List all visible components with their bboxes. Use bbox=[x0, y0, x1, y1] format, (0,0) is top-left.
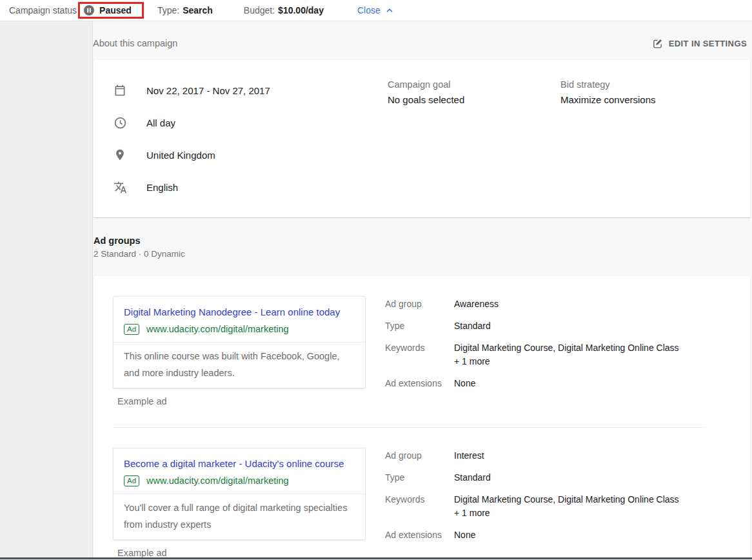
detail-label: Ad group bbox=[385, 449, 454, 463]
about-campaign-card: Nov 22, 2017 - Nov 27, 2017 All day bbox=[94, 60, 750, 217]
campaign-overview-screen: Campaign status Paused Type: Search Budg… bbox=[0, 0, 752, 560]
detail-row-ad-group: Ad group Awareness bbox=[385, 297, 750, 311]
detail-label: Ad extensions bbox=[385, 377, 454, 390]
ad-badge: Ad bbox=[124, 324, 139, 335]
page-background-left bbox=[0, 21, 92, 560]
ad-group-details: Ad group Awareness Type Standard Keyword… bbox=[385, 297, 750, 406]
clock-icon bbox=[113, 115, 127, 130]
example-ad-label: Example ad bbox=[117, 548, 366, 558]
ad-group-row-interest: Become a digital marketer - Udacity's on… bbox=[94, 428, 750, 560]
schedule-value: All day bbox=[146, 117, 175, 128]
detail-row-type: Type Standard bbox=[385, 319, 750, 333]
campaign-status-label: Campaign status bbox=[9, 5, 77, 15]
chevron-up-icon bbox=[385, 6, 394, 15]
pause-icon bbox=[84, 5, 94, 15]
type-label: Type: bbox=[157, 5, 179, 15]
translate-icon bbox=[113, 180, 127, 194]
detail-row-ad-extensions: Ad extensions None bbox=[385, 528, 750, 542]
detail-value: None bbox=[454, 377, 475, 390]
detail-value: Interest bbox=[454, 449, 484, 463]
detail-label: Ad extensions bbox=[385, 528, 454, 542]
campaign-overview-panel: About this campaign EDIT IN SETTINGS bbox=[92, 21, 752, 560]
date-range-value: Nov 22, 2017 - Nov 27, 2017 bbox=[146, 85, 270, 96]
ad-description: This online course was built with Facebo… bbox=[114, 342, 365, 388]
ad-badge: Ad bbox=[124, 475, 139, 486]
close-label: Close bbox=[357, 5, 381, 15]
ad-group-details: Ad group Interest Type Standard Keywords… bbox=[385, 449, 750, 558]
example-ad-card: Become a digital marketer - Udacity's on… bbox=[113, 448, 366, 540]
location-pin-icon bbox=[113, 148, 127, 162]
about-section-title: About this campaign bbox=[93, 38, 177, 48]
detail-row-type: Type Standard bbox=[385, 471, 750, 485]
bid-strategy-value: Maximize conversions bbox=[560, 94, 656, 105]
campaign-status-dropdown[interactable]: Paused bbox=[84, 5, 132, 15]
ad-groups-title: Ad groups bbox=[94, 235, 752, 246]
detail-label: Ad group bbox=[385, 297, 454, 311]
detail-value: Standard bbox=[454, 319, 491, 333]
ad-groups-header: Ad groups 2 Standard · 0 Dynamic bbox=[94, 235, 752, 259]
campaign-goal-value: No goals selected bbox=[388, 94, 464, 105]
schedule-row: All day bbox=[113, 115, 270, 130]
location-value: United Kingdom bbox=[146, 150, 215, 161]
keywords-more-indicator: + 1 more bbox=[454, 355, 679, 368]
language-value: English bbox=[146, 182, 178, 193]
language-row: English bbox=[113, 180, 270, 194]
calendar-icon bbox=[113, 83, 127, 97]
detail-label: Type bbox=[385, 471, 454, 485]
detail-row-ad-extensions: Ad extensions None bbox=[385, 377, 750, 390]
detail-value: Awareness bbox=[454, 297, 499, 311]
detail-row-ad-group: Ad group Interest bbox=[385, 449, 750, 463]
detail-value: Digital Marketing Course, Digital Market… bbox=[454, 493, 679, 506]
ad-display-url: www.udacity.com/digital/marketing bbox=[146, 324, 289, 334]
ad-headline-link: Digital Marketing Nanodegree - Learn onl… bbox=[124, 305, 355, 320]
ad-groups-card: Digital Marketing Nanodegree - Learn onl… bbox=[94, 276, 750, 560]
detail-label: Keywords bbox=[385, 341, 454, 368]
campaign-goal-label: Campaign goal bbox=[388, 79, 464, 90]
edit-in-settings-button[interactable]: EDIT IN SETTINGS bbox=[652, 38, 747, 49]
ad-preview-column: Become a digital marketer - Udacity's on… bbox=[113, 448, 366, 558]
bid-strategy-block: Bid strategy Maximize conversions bbox=[560, 79, 656, 105]
budget-value: $10.00/day bbox=[278, 5, 324, 15]
screen-bottom-edge bbox=[0, 557, 752, 559]
campaign-status-bar: Campaign status Paused Type: Search Budg… bbox=[0, 0, 752, 21]
ad-url-line: Ad www.udacity.com/digital/marketing bbox=[124, 474, 355, 487]
ad-group-row-awareness: Digital Marketing Nanodegree - Learn onl… bbox=[94, 276, 750, 427]
ad-head-block: Become a digital marketer - Udacity's on… bbox=[114, 448, 365, 494]
budget-label: Budget: bbox=[244, 5, 275, 15]
example-ad-card: Digital Marketing Nanodegree - Learn onl… bbox=[113, 296, 366, 388]
about-detail-rows: Nov 22, 2017 - Nov 27, 2017 All day bbox=[113, 83, 270, 212]
detail-row-keywords: Keywords Digital Marketing Course, Digit… bbox=[385, 493, 750, 520]
panel-body: About this campaign EDIT IN SETTINGS bbox=[0, 21, 752, 560]
annotation-highlight-box: Paused bbox=[78, 2, 144, 19]
close-panel-button[interactable]: Close bbox=[357, 5, 394, 15]
detail-value: Standard bbox=[454, 471, 491, 485]
about-section-header: About this campaign EDIT IN SETTINGS bbox=[93, 21, 752, 60]
ad-headline-link: Become a digital marketer - Udacity's on… bbox=[124, 456, 355, 472]
edit-icon bbox=[652, 38, 663, 49]
detail-value: Digital Marketing Course, Digital Market… bbox=[454, 341, 679, 355]
ad-head-block: Digital Marketing Nanodegree - Learn onl… bbox=[114, 297, 365, 342]
campaign-goal-block: Campaign goal No goals selected bbox=[388, 79, 464, 105]
date-range-row: Nov 22, 2017 - Nov 27, 2017 bbox=[113, 83, 270, 97]
ad-description: You'll cover a full range of digital mar… bbox=[114, 494, 365, 539]
bid-strategy-label: Bid strategy bbox=[560, 79, 656, 90]
detail-row-keywords: Keywords Digital Marketing Course, Digit… bbox=[385, 341, 750, 368]
ad-display-url: www.udacity.com/digital/marketing bbox=[146, 475, 289, 486]
keywords-more-indicator: + 1 more bbox=[454, 506, 679, 520]
example-ad-label: Example ad bbox=[117, 396, 366, 406]
detail-label: Type bbox=[385, 319, 454, 333]
ad-preview-column: Digital Marketing Nanodegree - Learn onl… bbox=[113, 296, 366, 406]
campaign-status-value: Paused bbox=[99, 5, 132, 15]
ad-url-line: Ad www.udacity.com/digital/marketing bbox=[124, 323, 355, 335]
edit-in-settings-label: EDIT IN SETTINGS bbox=[669, 39, 747, 48]
detail-label: Keywords bbox=[385, 493, 454, 520]
detail-value: None bbox=[454, 528, 475, 542]
ad-groups-subtitle: 2 Standard · 0 Dynamic bbox=[94, 249, 752, 259]
type-value: Search bbox=[183, 5, 213, 15]
location-row: United Kingdom bbox=[113, 148, 270, 162]
